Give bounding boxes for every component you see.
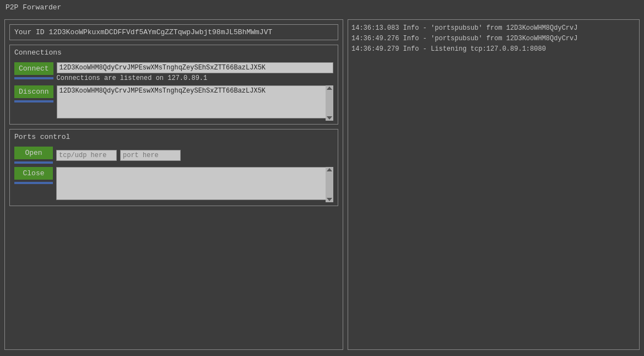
your-id-row: Your ID <box>9 24 338 40</box>
ports-section: Ports control Open Close <box>9 129 338 206</box>
open-row: Open <box>14 147 333 164</box>
close-textarea-wrap <box>56 167 333 202</box>
close-button-wrap: Close <box>14 167 53 184</box>
close-button[interactable]: Close <box>14 167 53 180</box>
disconnect-row: Disconn 12D3KooWHM8QdyCrvJMPEswXMsTnghqZ… <box>14 85 333 121</box>
disconnect-textarea-wrap: 12D3KooWHM8QdyCrvJMPEswXMsTnghqZeySEhSxZ… <box>57 85 333 121</box>
open-button[interactable]: Open <box>14 147 53 159</box>
title-bar: P2P Forwarder <box>0 0 644 15</box>
connections-section: Connections Connect Connections are list… <box>9 45 338 125</box>
disconnect-button[interactable]: Disconn <box>14 85 53 98</box>
disconnect-button-wrap: Disconn <box>14 85 53 103</box>
main-layout: Your ID Connections Connect Connections … <box>0 15 644 354</box>
close-textarea[interactable] <box>56 167 333 200</box>
disconnect-bar <box>14 100 53 103</box>
connect-button-wrap: Connect <box>14 62 53 79</box>
open-bar <box>14 161 53 164</box>
open-button-wrap: Open <box>14 147 53 164</box>
peer-id-input[interactable] <box>57 62 333 73</box>
port-input[interactable] <box>120 150 181 161</box>
connect-row: Connect Connections are listened on 127.… <box>14 62 333 82</box>
scrollbar-up-arrow[interactable] <box>327 87 332 90</box>
close-scrollbar-down-arrow[interactable] <box>327 198 332 201</box>
scrollbar-down-arrow[interactable] <box>327 116 332 120</box>
close-scrollbar-up-arrow[interactable] <box>327 168 332 171</box>
disconnect-scrollbar[interactable] <box>326 85 333 121</box>
connect-bar <box>14 77 53 79</box>
close-scrollbar[interactable] <box>326 167 333 202</box>
log-line: 14:36:49.276 Info - 'portspubsub' from 1… <box>351 34 636 44</box>
close-bar <box>14 182 53 184</box>
protocol-input[interactable] <box>56 150 117 161</box>
connections-label: Connections <box>14 48 333 57</box>
your-id-label: Your ID <box>14 28 45 36</box>
log-line: 14:36:13.083 Info - 'portspubsub' from 1… <box>351 23 636 34</box>
ports-label: Ports control <box>14 133 333 141</box>
disconnect-textarea[interactable]: 12D3KooWHM8QdyCrvJMPEswXMsTnghqZeySEhSxZ… <box>57 85 333 118</box>
connect-inputs: Connections are listened on 127.0.89.1 <box>57 62 333 82</box>
right-panel: 14:36:13.083 Info - 'portspubsub' from 1… <box>348 19 640 350</box>
log-line: 14:36:49.279 Info - Listening tcp:127.0.… <box>351 44 636 55</box>
left-panel: Your ID Connections Connect Connections … <box>4 19 343 350</box>
connect-button[interactable]: Connect <box>14 62 53 75</box>
app-title: P2P Forwarder <box>6 3 61 12</box>
close-row: Close <box>14 167 333 202</box>
your-id-input[interactable] <box>49 28 333 36</box>
connect-info-text: Connections are listened on 127.0.89.1 <box>57 74 333 82</box>
